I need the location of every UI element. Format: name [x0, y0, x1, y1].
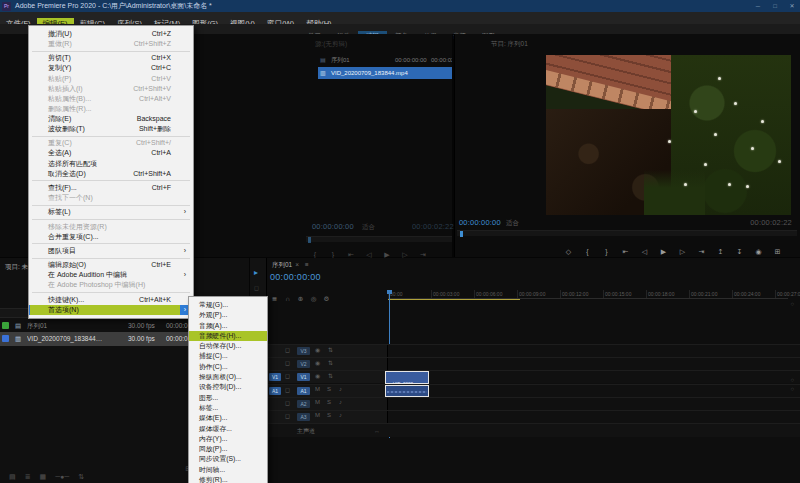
edit-menu-item-0[interactable]: 撤消(U)Ctrl+Z [29, 29, 193, 39]
program-playhead[interactable] [460, 231, 463, 237]
mark-out-icon[interactable]: } [324, 251, 342, 258]
edit-menu-item-3[interactable]: 剪切(T)Ctrl+X [29, 53, 193, 63]
edit-menu-item-31[interactable]: 快捷键(K)...Ctrl+Alt+K [29, 295, 193, 305]
maximize-button[interactable]: □ [767, 0, 783, 12]
program-scrubber[interactable] [457, 230, 797, 236]
prefs-submenu-item-2[interactable]: 音频(A)... [189, 321, 267, 331]
selection-tool[interactable]: ▸ [254, 268, 258, 277]
prefs-submenu-item-7[interactable]: 操纵面板(O)... [189, 372, 267, 382]
list-item-clip-selected[interactable]: ▥VID_20200709_183844.mp4 [318, 67, 452, 79]
track-lock-icon[interactable]: ◻ [285, 399, 290, 406]
edit-menu-item-23[interactable]: 合并重复项(C)... [29, 232, 193, 242]
track-row-v1[interactable]: V1◻V1◉⇅ [267, 370, 800, 383]
track-header-a3[interactable]: ◻A3MS♪ [267, 411, 388, 423]
nest-indicator-icon[interactable]: ≣ [268, 295, 281, 303]
edit-menu-item-27[interactable]: 编辑原始(O)Ctrl+E [29, 260, 193, 270]
label-chip[interactable] [2, 335, 9, 342]
edit-menu-item-29[interactable]: 在 Adobe Photoshop 中编辑(H) [29, 280, 193, 290]
solo-icon[interactable]: S [327, 399, 331, 405]
track-row-a2[interactable]: ◻A2MS♪ [267, 397, 800, 410]
sync-lock-icon[interactable]: ⇅ [328, 359, 333, 366]
source-panel-tab[interactable]: 源:(无剪辑) [315, 40, 347, 49]
prefs-submenu-item-10[interactable]: 标签... [189, 403, 267, 413]
program-panel-tab[interactable]: 节目: 序列01 [491, 40, 528, 49]
solo-icon[interactable]: S [327, 412, 331, 418]
prefs-submenu-item-15[interactable]: 同步设置(S)... [189, 454, 267, 464]
step-forward-icon[interactable]: ▷ [673, 248, 692, 256]
track-lock-icon[interactable]: ◻ [285, 372, 290, 379]
edit-menu-item-32[interactable]: 首选项(N)› [29, 305, 193, 315]
voiceover-mic-icon[interactable]: ♪ [339, 386, 342, 392]
edit-menu-item-10[interactable]: 波纹删除(T)Shift+删除 [29, 124, 193, 134]
add-marker-icon[interactable]: ◇ [559, 248, 578, 256]
prefs-submenu-item-16[interactable]: 时间轴... [189, 465, 267, 475]
master-track-row[interactable]: 主声道 ↔ [267, 423, 800, 437]
edit-menu-item-18[interactable]: 查找下一个(N) [29, 193, 193, 203]
track-row-v2[interactable]: ◻V2◉⇅ [267, 357, 800, 370]
edit-menu-item-14[interactable]: 选择所有匹配项 [29, 159, 193, 169]
track-target-badge[interactable]: A3 [297, 413, 310, 421]
prefs-submenu-item-17[interactable]: 修剪(R)... [189, 475, 267, 483]
go-to-in-icon[interactable]: ⇤ [616, 248, 635, 256]
audio-clip[interactable] [385, 385, 429, 397]
fit-horizontal-icon[interactable]: ↔ [374, 424, 380, 438]
track-target-badge[interactable]: A1 [297, 387, 310, 395]
track-row-v3[interactable]: ◻V3◉⇅ [267, 344, 800, 357]
close-icon[interactable]: × [295, 261, 299, 268]
extract-icon[interactable]: ↧ [730, 248, 749, 256]
sort-icon[interactable]: ⇅ [78, 473, 84, 481]
track-output-eye-icon[interactable]: ◉ [315, 372, 320, 379]
video-clip[interactable]: fxVID_2020 [385, 371, 429, 384]
comparison-view-icon[interactable]: ⊞ [768, 248, 787, 256]
prefs-submenu-item-14[interactable]: 回放(P)... [189, 444, 267, 454]
step-back-icon[interactable]: ◁ [635, 248, 654, 256]
edit-menu-item-15[interactable]: 取消全选(D)Ctrl+Shift+A [29, 169, 193, 179]
prefs-submenu-item-6[interactable]: 协作(C)... [189, 362, 267, 372]
track-lock-icon[interactable]: ◻ [285, 386, 290, 393]
scroll-dot-2[interactable]: ○ [790, 386, 794, 392]
prefs-submenu-item-8[interactable]: 设备控制(D)... [189, 382, 267, 392]
prefs-submenu-item-11[interactable]: 媒体(E)... [189, 413, 267, 423]
track-target-badge[interactable]: V1 [297, 373, 310, 381]
linked-selection-icon[interactable]: ⊕ [294, 295, 307, 303]
track-lock-icon[interactable]: ◻ [285, 412, 290, 419]
prefs-submenu-item-4[interactable]: 自动保存(U)... [189, 341, 267, 351]
snap-icon[interactable]: ∩ [281, 295, 294, 302]
prefs-submenu-item-5[interactable]: 捕捉(C)... [189, 351, 267, 361]
voiceover-mic-icon[interactable]: ♪ [339, 399, 342, 405]
prefs-submenu-item-12[interactable]: 媒体缓存... [189, 424, 267, 434]
prefs-submenu-item-3[interactable]: 音频硬件(H)... [189, 331, 267, 341]
list-item-sequence[interactable]: ▤序列01 00:00:00:00 00:00:02:22 [318, 55, 452, 66]
track-target-badge[interactable]: V3 [297, 347, 310, 355]
edit-menu-item-28[interactable]: 在 Adobe Audition 中编辑› [29, 270, 193, 280]
program-fit-dropdown[interactable]: 适合 [506, 219, 519, 228]
prefs-submenu-item-13[interactable]: 内存(Y)... [189, 434, 267, 444]
icon-view-icon[interactable]: ▦ [40, 473, 47, 481]
sync-lock-icon[interactable]: ⇅ [328, 346, 333, 353]
track-target-badge[interactable]: A2 [297, 400, 310, 408]
label-chip[interactable] [2, 322, 9, 329]
prefs-submenu-item-0[interactable]: 常规(G)... [189, 300, 267, 310]
mute-icon[interactable]: M [315, 399, 320, 405]
source-fit-dropdown[interactable]: 适合 [362, 223, 375, 232]
track-row-a1[interactable]: A1◻A1MS♪ [267, 384, 800, 397]
mark-in-icon[interactable]: { [306, 251, 324, 258]
scroll-dot-1[interactable]: ○ [790, 377, 794, 383]
track-select-tool[interactable]: ◻ [254, 284, 259, 291]
edit-menu-item-25[interactable]: 团队项目› [29, 246, 193, 256]
prefs-submenu-item-9[interactable]: 图形... [189, 393, 267, 403]
lift-icon[interactable]: ↥ [711, 248, 730, 256]
edit-menu-item-7[interactable]: 粘贴属性(B)...Ctrl+Alt+V [29, 94, 193, 104]
source-assign-badge[interactable]: A1 [269, 387, 281, 395]
edit-menu-item-8[interactable]: 删除属性(R)... [29, 104, 193, 114]
mute-icon[interactable]: M [315, 412, 320, 418]
timeline-settings-dot[interactable]: ○ [790, 301, 794, 307]
add-marker-icon[interactable]: ◎ [307, 295, 320, 303]
title-bar[interactable]: Pr Adobe Premiere Pro 2020 - C:\用户\Admin… [0, 0, 800, 12]
zoom-slider-icon[interactable]: ─●─ [55, 473, 69, 480]
mark-out-icon[interactable]: } [597, 248, 616, 255]
solo-icon[interactable]: S [327, 386, 331, 392]
voiceover-mic-icon[interactable]: ♪ [339, 412, 342, 418]
timeline-timecode[interactable]: 00:00:00:00 [270, 272, 321, 282]
edit-menu-item-9[interactable]: 清除(E)Backspace [29, 114, 193, 124]
